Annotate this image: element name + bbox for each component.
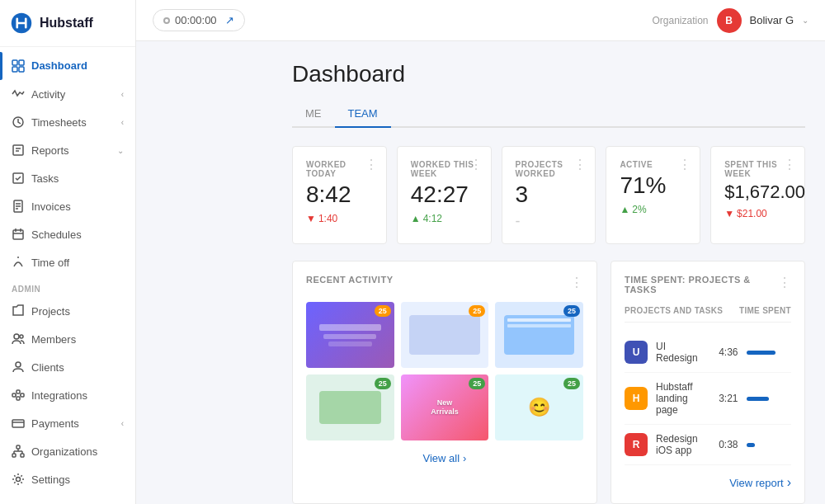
organizations-icon	[12, 445, 25, 458]
recent-activity-header: RECENT ACTIVITY ⋮	[306, 275, 583, 290]
recent-activity-more-menu[interactable]: ⋮	[570, 275, 583, 290]
activity-badge-4: 25	[375, 378, 391, 389]
time-spent-more-menu[interactable]: ⋮	[778, 275, 791, 290]
members-icon	[12, 332, 25, 346]
sidebar-item-integrations[interactable]: Integrations	[0, 381, 135, 409]
sidebar-item-label-schedules: Schedules	[31, 228, 82, 241]
stat-change-value4: $21.00	[737, 208, 767, 219]
sidebar-item-organizations[interactable]: Organizations	[0, 437, 135, 465]
sidebar-item-activity[interactable]: Activity ‹	[0, 80, 135, 108]
view-all-button[interactable]: View all ›	[306, 452, 583, 464]
sidebar-item-settings[interactable]: Settings	[0, 465, 135, 493]
svg-rect-22	[12, 393, 16, 397]
svg-rect-25	[16, 397, 20, 400]
activity-badge-3: 25	[563, 305, 580, 317]
stat-value-worked-week: 42:27	[411, 183, 478, 206]
svg-rect-29	[12, 420, 24, 427]
stat-card-spent-week: SPENT THIS WEEK $1,672.00 ▼ $21.00 ⋮	[710, 146, 805, 244]
svg-rect-14	[13, 230, 23, 239]
svg-rect-6	[13, 145, 23, 155]
stat-more-menu-worked-today[interactable]: ⋮	[365, 157, 378, 172]
activity-thumb-4[interactable]: 25	[306, 374, 394, 440]
org-label: Organization	[652, 15, 708, 26]
svg-point-21	[16, 362, 21, 367]
sidebar-item-timeoff[interactable]: Time off	[0, 248, 135, 276]
stat-card-worked-today: WORKED TODAY 8:42 ▼ 1:40 ⋮	[292, 146, 387, 244]
sidebar-item-members[interactable]: Members	[0, 325, 135, 353]
activity-badge-6: 25	[563, 378, 580, 389]
chevron-right-icon: ›	[463, 452, 466, 464]
sidebar-item-label-payments: Payments	[31, 417, 79, 430]
timesheets-icon	[12, 115, 25, 129]
activity-thumb-1[interactable]: 25	[306, 302, 394, 368]
sidebar-item-payments[interactable]: Payments ‹	[0, 409, 135, 437]
activity-badge-1: 25	[375, 305, 391, 317]
chevron-down-icon: ⌄	[117, 146, 124, 155]
stat-label-active: ACTIVE	[620, 160, 686, 169]
stat-more-menu-spent-week[interactable]: ⋮	[783, 157, 796, 172]
payments-icon	[12, 417, 25, 430]
main-content: Dashboard ME TEAM WORKED TODAY 8:42 ▼ 1:…	[272, 41, 825, 504]
svg-rect-1	[12, 60, 17, 65]
page-title: Dashboard	[292, 61, 805, 87]
sidebar-item-projects[interactable]: Projects	[0, 297, 135, 325]
stat-more-menu-worked-week[interactable]: ⋮	[469, 157, 483, 172]
sidebar-item-clients[interactable]: Clients	[0, 353, 135, 381]
clients-icon	[12, 360, 25, 374]
activity-thumb-3[interactable]: 25	[495, 302, 583, 368]
sidebar-item-tasks[interactable]: Tasks	[0, 164, 135, 192]
sidebar-item-timesheets[interactable]: Timesheets ‹	[0, 108, 135, 136]
sidebar-item-label-tasks: Tasks	[31, 172, 59, 185]
sidebar-item-reports[interactable]: Reports ⌄	[0, 136, 135, 164]
stat-dash: -	[516, 213, 521, 230]
down-arrow-icon2: ▼	[724, 208, 734, 219]
tab-me[interactable]: ME	[292, 101, 335, 128]
sidebar-item-dashboard[interactable]: Dashboard	[0, 52, 135, 80]
time-spent-title: TIME SPENT: PROJECTS & TASKS	[625, 275, 778, 294]
timer-expand-icon[interactable]: ↗	[225, 14, 234, 26]
stat-label-worked-today: WORKED TODAY	[306, 160, 373, 178]
project-avatar-ios-redesign: R	[625, 433, 648, 456]
project-row-ui-redesign: U UI Redesign 4:36	[625, 332, 791, 373]
stat-card-projects: PROJECTS WORKED 3 - ⋮	[502, 146, 596, 244]
svg-point-19	[14, 334, 19, 339]
project-avatar-ui-redesign: U	[625, 341, 648, 364]
view-report-label: View report	[729, 477, 784, 489]
activity-thumb-5[interactable]: 25 NewArrivals	[401, 374, 489, 440]
col-projects-label: Projects and tasks	[625, 306, 723, 315]
sidebar-item-label-members: Members	[31, 333, 76, 346]
project-name-hubstaff-landing: Hubstaff landing page	[656, 381, 701, 416]
stat-more-menu-active[interactable]: ⋮	[678, 157, 691, 172]
project-bar-ios	[747, 443, 756, 447]
activity-thumb-2[interactable]: 25	[401, 302, 489, 368]
sidebar: Hubstaff Dashboard Activity ‹	[0, 0, 136, 504]
activity-thumb-6[interactable]: 25 😊	[495, 374, 583, 440]
stats-row: WORKED TODAY 8:42 ▼ 1:40 ⋮ WORKED THIS W…	[292, 146, 805, 244]
view-all-label: View all	[423, 452, 460, 464]
sidebar-item-label-settings: Settings	[31, 473, 70, 486]
view-report-button[interactable]: View report ›	[625, 475, 791, 490]
svg-rect-32	[12, 454, 16, 457]
svg-rect-33	[21, 454, 24, 457]
schedules-icon	[12, 228, 25, 241]
avatar-letter: B	[725, 15, 733, 26]
sidebar-item-label-invoices: Invoices	[31, 200, 71, 213]
bottom-section: RECENT ACTIVITY ⋮ 25 25	[292, 261, 805, 504]
sidebar-item-invoices[interactable]: Invoices	[0, 192, 135, 220]
sidebar-item-label-integrations: Integrations	[31, 389, 87, 402]
user-name: Bolivar G	[750, 14, 794, 26]
timeoff-icon	[12, 256, 25, 269]
timer-display: 00:00:00	[175, 14, 217, 26]
sidebar-menu: Dashboard Activity ‹ Timesheets ‹	[0, 47, 135, 504]
sidebar-item-schedules[interactable]: Schedules	[0, 220, 135, 248]
sidebar-item-label-timeoff: Time off	[31, 257, 69, 269]
activity-badge-2: 25	[469, 305, 485, 317]
user-menu-chevron-icon[interactable]: ⌄	[802, 16, 808, 25]
project-name-ios-redesign: Redesign iOS app	[656, 433, 701, 456]
hubstaff-logo-icon	[10, 12, 33, 35]
tab-team[interactable]: TEAM	[335, 101, 391, 128]
time-spent-header: TIME SPENT: PROJECTS & TASKS ⋮	[625, 275, 791, 294]
timer-widget[interactable]: 00:00:00 ↗	[153, 9, 245, 31]
sidebar-logo[interactable]: Hubstaff	[0, 0, 135, 47]
stat-more-menu-projects[interactable]: ⋮	[573, 157, 587, 172]
